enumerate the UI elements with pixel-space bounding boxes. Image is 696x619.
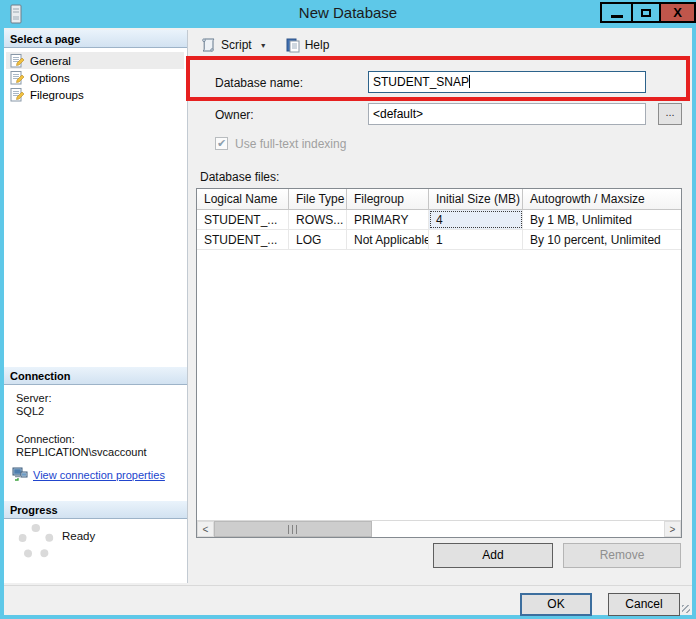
minimize-button[interactable] [600,2,633,23]
connection-header: Connection [4,367,187,385]
grid-cell[interactable]: STUDENT_... [197,230,289,249]
script-scroll-icon [200,37,217,53]
footer: OK Cancel [4,585,692,615]
window-title: New Database [0,4,696,21]
remove-button[interactable]: Remove [563,543,681,568]
progress-status: Ready [62,530,95,542]
script-label: Script [221,38,252,52]
fulltext-label: Use full-text indexing [235,137,346,151]
scroll-right-button[interactable]: > [664,521,681,537]
sidebar-item-label: Options [30,72,70,84]
server-label: Server: [16,392,51,405]
window-controls: X [602,2,696,23]
grid-cell[interactable]: STUDENT_... [197,210,289,229]
column-header: Filegroup [347,189,429,209]
sidebar-item-label: Filegroups [30,89,84,101]
sidebar-item-options[interactable]: Options [6,69,184,86]
table-row: STUDENT_... ROWS... PRIMARY 4 By 1 MB, U… [197,210,681,230]
column-header: Logical Name [197,189,289,209]
database-name-input[interactable]: STUDENT_SNAP [368,71,646,93]
scrollbar-thumb[interactable] [214,521,372,537]
scrollbar-track[interactable] [372,521,664,537]
scroll-left-button[interactable]: < [197,521,214,537]
cancel-button[interactable]: Cancel [608,593,680,616]
server-value: SQL2 [16,405,44,418]
help-label: Help [305,38,330,52]
help-book-icon [285,37,301,53]
grid-empty-area [197,250,681,520]
chevron-down-icon[interactable]: ▼ [260,42,267,49]
grid-cell-focused[interactable]: 4 [429,210,523,229]
maximize-icon [641,9,651,17]
horizontal-scrollbar[interactable]: < > [197,520,681,537]
client-area: Select a page General [4,28,692,615]
grid-cell[interactable]: LOG [289,230,347,249]
sidebar-item-general[interactable]: General [6,52,184,69]
grid-header-row: Logical Name File Type Filegroup Initial… [197,189,681,210]
help-button[interactable]: Help [281,35,334,55]
page-icon [10,54,25,68]
text-caret [469,75,470,88]
sidebar-item-filegroups[interactable]: Filegroups [6,86,184,103]
grid-cell[interactable]: Not Applicable [347,230,429,249]
sidebar: Select a page General [4,30,188,583]
script-button[interactable]: Script ▼ [196,35,281,55]
owner-input[interactable]: <default> [368,103,646,125]
sidebar-item-label: General [30,55,71,67]
table-row: STUDENT_... LOG Not Applicable 1 By 10 p… [197,230,681,250]
new-database-dialog: New Database X Select a page [0,0,696,619]
ok-button[interactable]: OK [520,593,592,616]
database-files-grid: Logical Name File Type Filegroup Initial… [196,188,682,538]
grid-cell[interactable]: ROWS... [289,210,347,229]
grid-cell[interactable]: PRIMARY [347,210,429,229]
select-a-page-header: Select a page [4,30,187,48]
page-icon [10,88,25,102]
close-button[interactable]: X [659,2,696,23]
minimize-icon [611,15,623,18]
add-button[interactable]: Add [433,543,553,568]
column-header: Initial Size (MB) [429,189,523,209]
progress-header: Progress [4,501,187,519]
connection-value: REPLICATION\svcaccount [16,446,147,459]
titlebar: New Database X [0,0,696,28]
close-icon: X [673,5,682,20]
column-header: File Type [289,189,347,209]
connection-label: Connection: [16,433,75,446]
resize-grip[interactable] [682,605,690,613]
maximize-button[interactable] [631,2,661,23]
check-icon: ✔ [217,137,226,149]
column-header: Autogrowth / Maxsize [523,189,681,209]
owner-browse-button[interactable]: ... [658,103,682,125]
grid-cell[interactable]: By 10 percent, Unlimited [523,230,681,249]
view-connection-properties-link[interactable]: View connection properties [33,469,165,481]
main-panel: Script ▼ Help Da [190,28,692,583]
fulltext-checkbox[interactable]: ✔ [215,137,228,150]
connection-properties-icon [12,467,28,483]
grid-cell[interactable]: 1 [429,230,523,249]
owner-label: Owner: [215,108,254,122]
page-icon [10,71,25,85]
database-files-label: Database files: [200,170,279,184]
toolbar: Script ▼ Help [196,35,333,55]
progress-spinner-icon [18,524,54,560]
database-name-label: Database name: [215,76,303,90]
grid-cell[interactable]: By 1 MB, Unlimited [523,210,681,229]
grip-icon [288,525,298,534]
